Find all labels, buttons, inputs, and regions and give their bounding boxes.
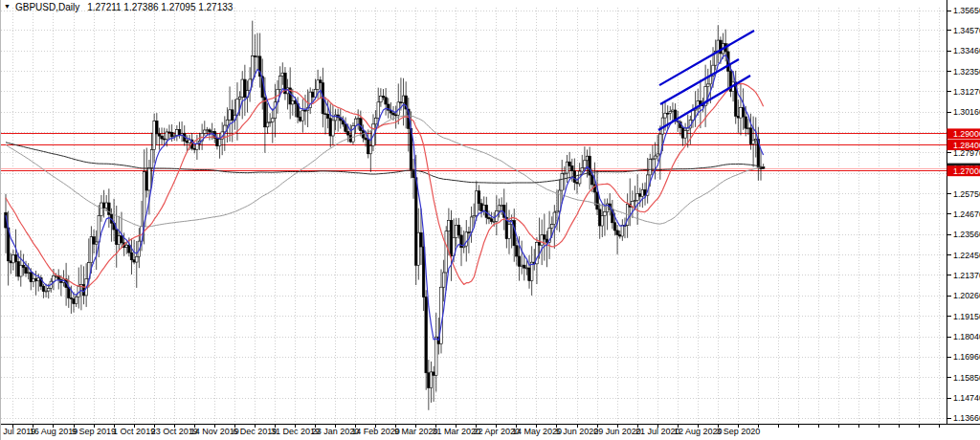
svg-text:9 Sep 2019: 9 Sep 2019 [72, 427, 116, 436]
svg-text:1.23560: 1.23560 [953, 230, 980, 239]
symbol-dropdown-icon[interactable]: ▼ [4, 2, 11, 11]
symbol-period-label: GBPUSD,Daily [15, 2, 79, 12]
svg-text:1.13660: 1.13660 [953, 413, 980, 423]
price-chart[interactable]: 1.356501.345701.334601.323501.312701.301… [1, 0, 980, 440]
svg-text:1.18040: 1.18040 [953, 332, 980, 341]
svg-text:1.19150: 1.19150 [953, 312, 980, 321]
chart-legend: ▼ GBPUSD,Daily 1.27211 1.27386 1.27095 1… [4, 1, 233, 12]
svg-text:1 Oct 2019: 1 Oct 2019 [113, 427, 155, 436]
svg-text:29 Jun 2020: 29 Jun 2020 [593, 427, 641, 436]
svg-text:1.32350: 1.32350 [953, 67, 980, 77]
trendline [660, 59, 739, 104]
svg-text:1.35650: 1.35650 [953, 6, 980, 15]
svg-text:14 Feb 2020: 14 Feb 2020 [351, 427, 400, 436]
svg-text:1.34570: 1.34570 [953, 26, 980, 35]
svg-text:1.24670: 1.24670 [953, 209, 980, 219]
svg-text:1.22450: 1.22450 [953, 251, 980, 260]
svg-text:1.33460: 1.33460 [953, 46, 980, 55]
svg-text:1.27000: 1.27000 [953, 166, 980, 176]
svg-text:14 May 2020: 14 May 2020 [512, 427, 562, 436]
svg-text:3 Sep 2020: 3 Sep 2020 [716, 427, 760, 436]
svg-text:5 Jun 2020: 5 Jun 2020 [556, 427, 599, 436]
svg-text:1.21370: 1.21370 [953, 271, 980, 280]
time-axis-labels: 25 Jul 201916 Aug 20199 Sep 20191 Oct 20… [1, 425, 940, 437]
svg-text:12 Aug 2020: 12 Aug 2020 [674, 427, 723, 436]
price-level-lines [1, 134, 947, 171]
svg-text:1.14740: 1.14740 [953, 393, 980, 403]
svg-text:16 Aug 2019: 16 Aug 2019 [30, 427, 78, 436]
svg-text:1.20260: 1.20260 [953, 291, 980, 300]
svg-text:1.28400: 1.28400 [953, 141, 980, 150]
svg-text:1.29000: 1.29000 [953, 129, 980, 139]
price-axis-labels: 1.356501.345701.334601.323501.312701.301… [947, 6, 980, 423]
svg-text:1.15850: 1.15850 [953, 373, 980, 383]
svg-text:1.30160: 1.30160 [953, 107, 980, 117]
svg-text:1.25750: 1.25750 [953, 189, 980, 199]
axes [1, 0, 980, 425]
ohlc-values: 1.27211 1.27386 1.27095 1.27133 [87, 2, 233, 12]
svg-text:1.31270: 1.31270 [953, 87, 980, 97]
svg-text:1.16960: 1.16960 [953, 352, 980, 362]
chart-window: 1.356501.345701.334601.323501.312701.301… [0, 0, 980, 440]
candles [5, 21, 765, 410]
svg-text:14 Nov 2019: 14 Nov 2019 [190, 427, 239, 436]
